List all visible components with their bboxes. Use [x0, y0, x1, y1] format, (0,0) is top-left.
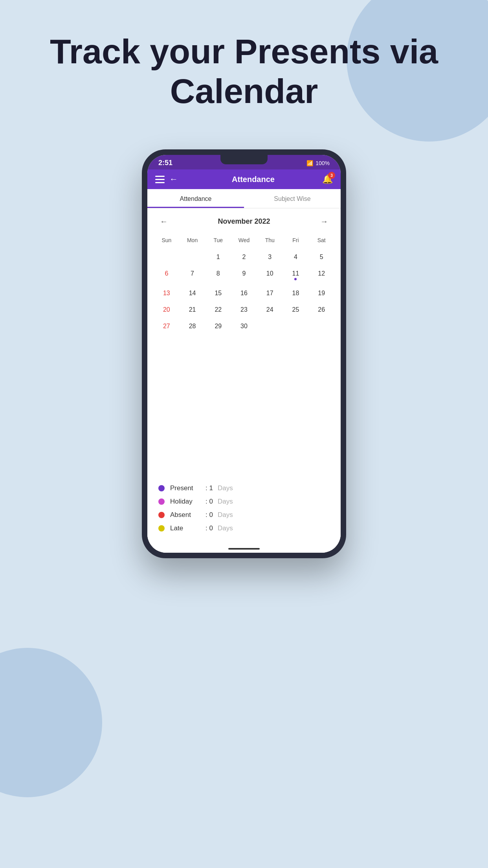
cal-day-empty: [283, 318, 309, 335]
cal-day-26[interactable]: 26: [308, 302, 334, 318]
late-dot: [158, 525, 165, 531]
cal-day-16[interactable]: 16: [231, 285, 257, 302]
absent-label: Absent: [170, 511, 205, 519]
battery-icon: 100%: [316, 160, 330, 166]
day-header-wed: Wed: [231, 235, 257, 246]
tab-subject-wise[interactable]: Subject Wise: [244, 189, 341, 208]
cal-day-1[interactable]: 1: [205, 249, 231, 265]
cal-day-empty: [308, 318, 334, 335]
late-unit: Days: [218, 524, 233, 532]
bg-circle-bottom-left: [0, 648, 102, 797]
absent-count: : 0: [205, 511, 213, 519]
calendar-container: ← November 2022 → Sun Mon Tue Wed Thu Fr…: [147, 208, 341, 553]
late-label: Late: [170, 524, 205, 532]
absent-dot: [158, 512, 165, 518]
week-5: 27 28 29 30: [154, 318, 334, 335]
cal-day-7[interactable]: 7: [180, 265, 205, 285]
back-button[interactable]: ←: [169, 174, 178, 184]
menu-button[interactable]: [155, 176, 165, 183]
next-month-button[interactable]: →: [317, 215, 331, 228]
calendar-header: ← November 2022 →: [147, 208, 341, 232]
wifi-icon: 📶: [306, 160, 313, 166]
cal-day-empty: [154, 249, 180, 265]
day-header-mon: Mon: [180, 235, 205, 246]
holiday-count: : 0: [205, 498, 213, 506]
page-title: Track your Presents viaCalendar: [31, 31, 457, 111]
cal-day-22[interactable]: 22: [205, 302, 231, 318]
holiday-label: Holiday: [170, 498, 205, 506]
week-3: 13 14 15 16 17 18 19: [154, 285, 334, 302]
cal-day-2[interactable]: 2: [231, 249, 257, 265]
cal-day-6[interactable]: 6: [154, 265, 180, 285]
legend-present: Present : 1 Days: [158, 484, 330, 492]
cal-day-4[interactable]: 4: [283, 249, 309, 265]
cal-day-27[interactable]: 27: [154, 318, 180, 335]
holiday-unit: Days: [218, 498, 233, 506]
phone-screen: 2:51 📶 100% ← Attendance 🔔 3 Attendance: [147, 155, 341, 553]
cal-day-21[interactable]: 21: [180, 302, 205, 318]
nav-title: Attendance: [184, 175, 322, 184]
cal-day-25[interactable]: 25: [283, 302, 309, 318]
tabs-container: Attendance Subject Wise: [147, 189, 341, 208]
cal-day-24[interactable]: 24: [257, 302, 283, 318]
prev-month-button[interactable]: ←: [157, 215, 171, 228]
cal-day-17[interactable]: 17: [257, 285, 283, 302]
legend-absent: Absent : 0 Days: [158, 511, 330, 519]
cal-day-29[interactable]: 29: [205, 318, 231, 335]
cal-day-empty: [180, 249, 205, 265]
cal-day-15[interactable]: 15: [205, 285, 231, 302]
present-unit: Days: [218, 484, 233, 492]
legend-holiday: Holiday : 0 Days: [158, 498, 330, 506]
home-indicator: [228, 548, 260, 550]
cal-day-8[interactable]: 8: [205, 265, 231, 285]
nav-bar: ← Attendance 🔔 3: [147, 169, 341, 189]
week-1: 1 2 3 4 5: [154, 249, 334, 265]
cal-day-30[interactable]: 30: [231, 318, 257, 335]
page-header: Track your Presents viaCalendar: [0, 31, 488, 111]
present-dot: [158, 485, 165, 491]
holiday-dot: [158, 498, 165, 505]
cal-day-14[interactable]: 14: [180, 285, 205, 302]
cal-day-20[interactable]: 20: [154, 302, 180, 318]
week-2: 6 7 8 9 10 11 12: [154, 265, 334, 285]
phone-bottom-bar: [147, 545, 341, 553]
cal-day-5[interactable]: 5: [308, 249, 334, 265]
cal-day-18[interactable]: 18: [283, 285, 309, 302]
day-header-tue: Tue: [205, 235, 231, 246]
status-icons: 📶 100%: [306, 160, 330, 166]
phone-mockup: 2:51 📶 100% ← Attendance 🔔 3 Attendance: [142, 149, 346, 558]
month-title: November 2022: [218, 217, 270, 226]
cal-day-13[interactable]: 13: [154, 285, 180, 302]
cal-day-10[interactable]: 10: [257, 265, 283, 285]
absent-unit: Days: [218, 511, 233, 519]
day-header-thu: Thu: [257, 235, 283, 246]
cal-day-23[interactable]: 23: [231, 302, 257, 318]
late-count: : 0: [205, 524, 213, 532]
cal-day-9[interactable]: 9: [231, 265, 257, 285]
cal-day-11[interactable]: 11: [283, 265, 309, 285]
day-header-sun: Sun: [154, 235, 180, 246]
week-4: 20 21 22 23 24 25 26: [154, 302, 334, 318]
bell-badge: 3: [328, 172, 335, 179]
status-time: 2:51: [158, 159, 172, 167]
cal-day-empty: [257, 318, 283, 335]
present-label: Present: [170, 484, 205, 492]
tab-attendance[interactable]: Attendance: [147, 189, 244, 208]
day-header-fri: Fri: [283, 235, 309, 246]
day-headers: Sun Mon Tue Wed Thu Fri Sat: [154, 232, 334, 249]
cal-day-12[interactable]: 12: [308, 265, 334, 285]
cal-day-3[interactable]: 3: [257, 249, 283, 265]
cal-day-19[interactable]: 19: [308, 285, 334, 302]
legend-late: Late : 0 Days: [158, 524, 330, 532]
day-header-sat: Sat: [308, 235, 334, 246]
phone-notch: [220, 155, 268, 164]
bell-button[interactable]: 🔔 3: [322, 174, 333, 184]
present-count: : 1: [205, 484, 213, 492]
cal-day-28[interactable]: 28: [180, 318, 205, 335]
calendar-grid: Sun Mon Tue Wed Thu Fri Sat 1 2 3 4 5: [147, 232, 341, 477]
legend: Present : 1 Days Holiday : 0 Days Absent…: [147, 477, 341, 545]
